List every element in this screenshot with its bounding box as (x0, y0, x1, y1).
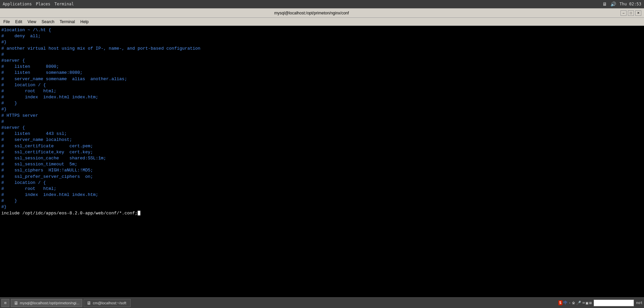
taskbar-item-terminal2[interactable]: 🖥 cm@localhost:~/soft (84, 299, 131, 307)
terminal1-label: mysql@localhost:/opt/primeton/ngi... (20, 301, 79, 305)
terminal-line: # ssl_session_cache shared:SSL:1m; (1, 155, 643, 161)
terminal-line: #server { (1, 58, 643, 64)
ime-extra1-icon: ▣ (586, 301, 588, 305)
ime-punctuation: ※ (572, 301, 575, 305)
terminal-content[interactable]: #location ~ /\.ht { # deny all; #} # ano… (0, 26, 644, 297)
terminal-line: # location / { (1, 82, 643, 88)
menu-edit[interactable]: Edit (13, 19, 24, 25)
terminal-line: # location / { (1, 180, 643, 186)
terminal-line: # } (1, 100, 643, 106)
menu-help[interactable]: Help (78, 19, 91, 25)
include-line: include /opt/idc/apps/eos-8.2.0-app/web/… (1, 210, 643, 216)
ime-extra2-icon: ⊞ (589, 301, 592, 305)
minimize-button[interactable]: – (620, 10, 627, 16)
terminal-line: #location ~ /\.ht { (1, 27, 643, 33)
taskbar-item-terminal1[interactable]: 🖥 mysql@localhost:/opt/primeton/ngi... (11, 299, 82, 307)
menu-file[interactable]: File (1, 19, 12, 25)
terminal-line: # ssl_certificate cert.pem; (1, 143, 643, 149)
title-bar-controls: – □ ✕ (620, 10, 641, 16)
system-bar-left: Applications Places Terminal (3, 2, 74, 6)
volume-icon: 🔊 (610, 1, 616, 7)
terminal-line: # HTTPS server (1, 113, 643, 119)
terminal-line: # listen 8000; (1, 64, 643, 70)
window-title: mysql@localhost:/opt/primeton/nginx/conf (3, 11, 620, 15)
terminal-line: #} (1, 39, 643, 45)
terminal1-icon: 🖥 (14, 300, 18, 306)
system-bar: Applications Places Terminal 🖥 🔊 Thu 02:… (0, 0, 644, 8)
maximize-button[interactable]: □ (628, 10, 634, 16)
clock: Thu 02:53 (619, 2, 641, 6)
show-desktop-button[interactable]: ⊞ (1, 299, 9, 307)
taskbar: ⊞ 🖥 mysql@localhost:/opt/primeton/ngi...… (0, 297, 644, 308)
terminal-line: # ssl_session_timeout 5m; (1, 161, 643, 167)
ime-keyboard-icon: ⌨ (582, 301, 585, 305)
terminal-line: # listen somename:8080; (1, 70, 643, 76)
terminal-line: # ssl_prefer_server_ciphers on; (1, 174, 643, 180)
terminal-line: # (1, 52, 643, 58)
ime-mic-icon: 🎤 (576, 301, 581, 305)
taskbar-right-text: not (636, 301, 643, 305)
ime-area: S 中 · ※ 🎤 ⌨ ▣ ⊞ (558, 300, 592, 306)
close-button[interactable]: ✕ (635, 10, 641, 16)
places-menu[interactable]: Places (36, 2, 50, 6)
title-bar: mysql@localhost:/opt/primeton/nginx/conf… (0, 8, 644, 18)
terminal-line: # listen 443 ssl; (1, 131, 643, 137)
terminal-line: # ssl_ciphers HIGH:!aNULL:!MD5; (1, 167, 643, 173)
terminal-line: # ssl_certificate_key cert.key; (1, 149, 643, 155)
network-icon: 🖥 (602, 1, 607, 7)
terminal-line: #} (1, 106, 643, 112)
terminal-line: # deny all; (1, 33, 643, 39)
menu-search[interactable]: Search (40, 19, 56, 25)
ime-cn-label: 中 (563, 300, 567, 306)
ime-separator: · (568, 301, 571, 305)
terminal-line: # index index.html index.htm; (1, 192, 643, 198)
system-bar-right: 🖥 🔊 Thu 02:53 (602, 1, 641, 7)
show-desktop-icon: ⊞ (4, 301, 6, 305)
terminal-line: # root html; (1, 88, 643, 94)
menu-terminal[interactable]: Terminal (58, 19, 77, 25)
terminal-line: # another virtual host using mix of IP-,… (1, 46, 643, 52)
taskbar-input[interactable] (594, 300, 634, 306)
taskbar-items: 🖥 mysql@localhost:/opt/primeton/ngi... 🖥… (11, 299, 131, 307)
terminal-line: # index index.html index.htm; (1, 94, 643, 100)
terminal-menu[interactable]: Terminal (54, 2, 74, 6)
terminal-line: #} (1, 204, 643, 210)
terminal-line: #server { (1, 125, 643, 131)
terminal2-label: cm@localhost:~/soft (93, 301, 126, 305)
terminal-line: # root html; (1, 186, 643, 192)
taskbar-right: S 中 · ※ 🎤 ⌨ ▣ ⊞ not (558, 300, 643, 306)
ime-icon: S (558, 300, 563, 305)
menu-view[interactable]: View (26, 19, 38, 25)
terminal-line: # server_name localhost; (1, 137, 643, 143)
applications-menu[interactable]: Applications (3, 2, 32, 6)
terminal2-icon: 🖥 (87, 300, 91, 306)
terminal-line: # } (1, 198, 643, 204)
menu-bar: File Edit View Search Terminal Help (0, 18, 644, 26)
terminal-line: # (1, 119, 643, 125)
terminal-line: # server_name somename alias another.ali… (1, 76, 643, 82)
